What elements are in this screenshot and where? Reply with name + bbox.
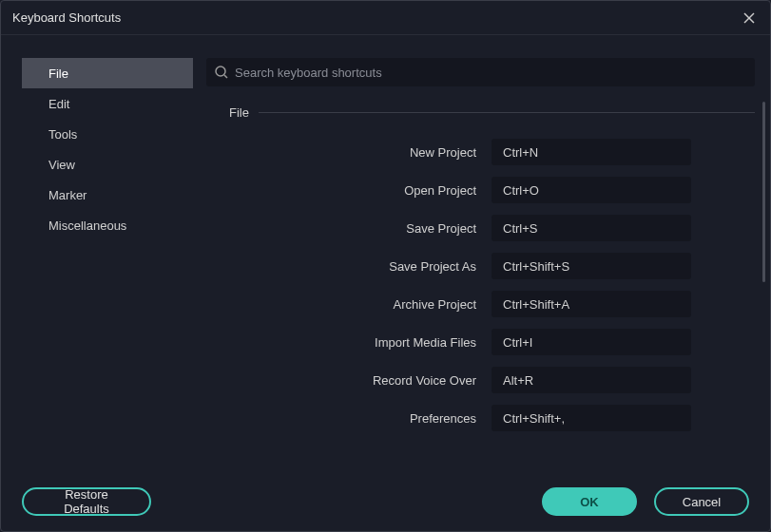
right-panel: File New Project Open Project Save Proje… bbox=[206, 58, 755, 474]
title-bar: Keyboard Shortcuts bbox=[1, 1, 770, 35]
shortcut-label-open-project: Open Project bbox=[225, 183, 492, 198]
ok-button[interactable]: OK bbox=[542, 487, 637, 516]
shortcut-row: Save Project bbox=[225, 215, 755, 241]
shortcut-label-archive-project: Archive Project bbox=[225, 297, 492, 312]
shortcut-label-save-project-as: Save Project As bbox=[225, 259, 492, 274]
shortcut-label-save-project: Save Project bbox=[225, 221, 492, 236]
restore-defaults-button[interactable]: Restore Defaults bbox=[22, 487, 151, 516]
sidebar-item-view[interactable]: View bbox=[22, 149, 193, 180]
shortcut-row: Open Project bbox=[225, 177, 755, 203]
shortcut-label-import-media-files: Import Media Files bbox=[225, 335, 492, 350]
shortcut-label-new-project: New Project bbox=[225, 145, 492, 160]
shortcut-row: Archive Project bbox=[225, 291, 755, 317]
sidebar-item-miscellaneous[interactable]: Miscellaneous bbox=[22, 210, 193, 240]
shortcut-row: Import Media Files bbox=[225, 329, 755, 355]
section-header-text: File bbox=[229, 105, 249, 120]
close-button[interactable] bbox=[740, 9, 759, 28]
search-icon bbox=[214, 65, 229, 80]
footer-right: OK Cancel bbox=[542, 487, 749, 516]
shortcut-label-record-voice-over: Record Voice Over bbox=[225, 373, 492, 388]
section-header-line bbox=[259, 112, 755, 113]
main-content: File Edit Tools View Marker Miscellaneou… bbox=[1, 35, 770, 474]
shortcut-input-save-project-as[interactable] bbox=[492, 253, 691, 279]
shortcut-row: Record Voice Over bbox=[225, 367, 755, 393]
shortcut-row: New Project bbox=[225, 139, 755, 165]
shortcut-input-import-media-files[interactable] bbox=[492, 329, 691, 355]
sidebar-item-label: Miscellaneous bbox=[48, 218, 126, 233]
shortcut-list: New Project Open Project Save Project Sa… bbox=[206, 139, 755, 443]
shortcut-input-preferences[interactable] bbox=[492, 405, 691, 431]
sidebar-item-file[interactable]: File bbox=[22, 58, 193, 88]
sidebar-item-label: Marker bbox=[48, 188, 87, 202]
shortcut-input-open-project[interactable] bbox=[492, 177, 691, 203]
sidebar-item-marker[interactable]: Marker bbox=[22, 180, 193, 210]
sidebar-item-label: File bbox=[48, 66, 68, 81]
search-input[interactable] bbox=[235, 66, 747, 80]
section-header: File bbox=[206, 105, 755, 120]
shortcut-input-save-project[interactable] bbox=[492, 215, 691, 241]
footer: Restore Defaults OK Cancel bbox=[1, 472, 770, 531]
sidebar-item-edit[interactable]: Edit bbox=[22, 88, 193, 119]
search-box[interactable] bbox=[206, 58, 755, 86]
svg-point-2 bbox=[216, 66, 225, 76]
shortcut-row: Preferences bbox=[225, 405, 755, 431]
svg-line-3 bbox=[224, 75, 227, 78]
sidebar-item-label: Edit bbox=[48, 97, 69, 111]
shortcut-input-archive-project[interactable] bbox=[492, 291, 691, 317]
sidebar-item-tools[interactable]: Tools bbox=[22, 119, 193, 149]
shortcut-label-preferences: Preferences bbox=[225, 411, 492, 426]
sidebar-item-label: Tools bbox=[48, 127, 77, 142]
shortcut-row: Save Project As bbox=[225, 253, 755, 279]
window-title: Keyboard Shortcuts bbox=[12, 10, 121, 25]
shortcut-input-new-project[interactable] bbox=[492, 139, 691, 165]
cancel-button[interactable]: Cancel bbox=[654, 487, 749, 516]
sidebar: File Edit Tools View Marker Miscellaneou… bbox=[22, 58, 193, 474]
shortcut-input-record-voice-over[interactable] bbox=[492, 367, 691, 393]
sidebar-item-label: View bbox=[48, 158, 75, 172]
scrollbar[interactable] bbox=[762, 102, 765, 282]
close-icon bbox=[742, 11, 756, 25]
